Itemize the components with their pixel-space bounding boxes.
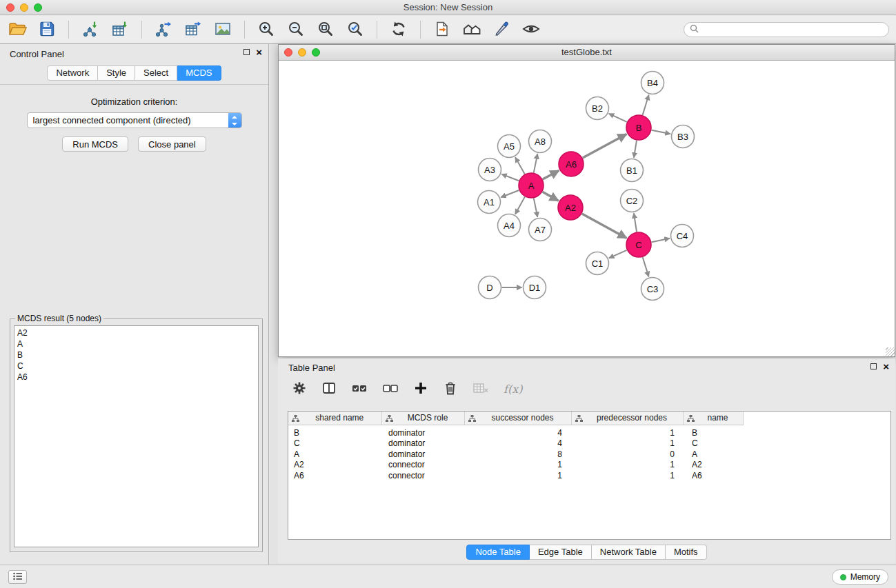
network-window-titlebar[interactable]: testGlobe.txt bbox=[279, 45, 895, 61]
graph-node-A5[interactable]: A5 bbox=[498, 135, 521, 158]
network-graph[interactable]: AA1A2A3A4A5A6A7A8BB1B2B3B4CC1C2C3C4DD1 bbox=[279, 61, 895, 356]
tab-motifs[interactable]: Motifs bbox=[666, 545, 707, 560]
table-cell[interactable]: 1 bbox=[571, 471, 683, 482]
zoom-window-button[interactable] bbox=[34, 3, 42, 12]
table-cell[interactable]: C bbox=[288, 438, 381, 449]
graph-node-A7[interactable]: A7 bbox=[529, 219, 552, 241]
close-network-window-button[interactable] bbox=[284, 48, 292, 57]
function-builder-button[interactable]: f(x) bbox=[504, 383, 522, 396]
mcds-result-list[interactable]: A2ABCA6 bbox=[14, 325, 259, 547]
table-cell[interactable]: A bbox=[288, 449, 381, 460]
graph-node-A4[interactable]: A4 bbox=[498, 214, 521, 237]
run-mcds-button[interactable]: Run MCDS bbox=[62, 136, 128, 152]
graph-node-A2[interactable]: A2 bbox=[558, 195, 583, 220]
graph-node-A6[interactable]: A6 bbox=[559, 152, 584, 176]
table-row[interactable]: Adominator80A bbox=[288, 449, 743, 460]
table-row[interactable]: Bdominator41B bbox=[288, 425, 743, 438]
column-header-shared-name[interactable]: shared name bbox=[288, 412, 381, 425]
table-cell[interactable]: 1 bbox=[571, 460, 683, 471]
graph-node-C[interactable]: C bbox=[626, 232, 651, 257]
resize-grip[interactable] bbox=[886, 347, 895, 356]
import-table-button[interactable] bbox=[110, 19, 130, 40]
graph-edge-A-A7[interactable] bbox=[534, 199, 538, 217]
column-header-successor-nodes[interactable]: successor nodes bbox=[464, 412, 571, 425]
open-session-document-button[interactable] bbox=[432, 19, 452, 40]
close-window-button[interactable] bbox=[6, 3, 14, 12]
criterion-dropdown[interactable]: largest connected component (directed) bbox=[27, 112, 242, 128]
graph-node-D[interactable]: D bbox=[479, 276, 501, 299]
tab-select[interactable]: Select bbox=[135, 65, 177, 81]
table-cell[interactable]: 8 bbox=[464, 449, 571, 460]
table-cell[interactable]: dominator bbox=[381, 449, 464, 460]
table-row[interactable]: A2connector11A2 bbox=[288, 460, 743, 471]
table-cell[interactable]: 1 bbox=[571, 425, 683, 438]
table-cell[interactable]: A2 bbox=[288, 460, 381, 471]
table-cell[interactable]: connector bbox=[381, 471, 464, 482]
table-row[interactable]: Cdominator41C bbox=[288, 438, 743, 449]
minimize-network-window-button[interactable] bbox=[298, 48, 306, 57]
graph-node-B1[interactable]: B1 bbox=[621, 159, 644, 182]
graph-node-A1[interactable]: A1 bbox=[478, 191, 501, 214]
graph-edge-A-A6[interactable] bbox=[543, 170, 559, 179]
graph-node-B4[interactable]: B4 bbox=[641, 72, 664, 94]
graph-node-A[interactable]: A bbox=[519, 173, 544, 198]
zoom-network-window-button[interactable] bbox=[312, 48, 320, 57]
mcds-result-item[interactable]: A bbox=[17, 338, 255, 349]
table-cell[interactable]: 4 bbox=[464, 425, 571, 438]
mcds-result-item[interactable]: A2 bbox=[17, 327, 255, 338]
graph-edge-A-A5[interactable] bbox=[515, 157, 525, 174]
graph-edge-A6-B[interactable] bbox=[583, 134, 627, 158]
close-panel-button[interactable]: Close panel bbox=[138, 136, 206, 152]
graph-node-A3[interactable]: A3 bbox=[479, 159, 501, 181]
open-file-button[interactable] bbox=[7, 19, 28, 40]
show-hide-button[interactable] bbox=[521, 19, 541, 40]
zoom-in-button[interactable] bbox=[256, 19, 277, 40]
graph-edge-A-A4[interactable] bbox=[515, 197, 525, 214]
table-cell[interactable]: 1 bbox=[464, 460, 571, 471]
mcds-result-item[interactable]: C bbox=[17, 361, 255, 372]
graph-edge-A-A8[interactable] bbox=[534, 154, 538, 172]
mcds-result-item[interactable]: B bbox=[17, 349, 255, 361]
graph-edge-A-A3[interactable] bbox=[501, 174, 519, 181]
graph-node-C1[interactable]: C1 bbox=[586, 252, 609, 275]
float-table-panel-icon[interactable] bbox=[870, 363, 877, 369]
zoom-out-button[interactable] bbox=[286, 19, 306, 40]
close-panel-icon[interactable]: × bbox=[256, 48, 262, 56]
graph-node-D1[interactable]: D1 bbox=[524, 276, 546, 299]
style-pen-button[interactable] bbox=[491, 19, 512, 40]
minimize-window-button[interactable] bbox=[20, 3, 28, 12]
table-cell[interactable]: A6 bbox=[288, 471, 381, 482]
graph-edge-A2-C[interactable] bbox=[582, 214, 627, 238]
search-input[interactable] bbox=[702, 25, 883, 34]
graph-edge-B-B4[interactable] bbox=[643, 95, 649, 115]
deselect-all-button[interactable] bbox=[382, 381, 399, 398]
float-panel-icon[interactable] bbox=[243, 49, 250, 55]
table-row[interactable]: A6connector11A6 bbox=[288, 471, 743, 482]
export-image-button[interactable] bbox=[212, 19, 233, 40]
import-network-button[interactable] bbox=[80, 19, 101, 40]
column-header-name[interactable]: name bbox=[683, 412, 743, 425]
table-cell[interactable]: dominator bbox=[381, 438, 464, 449]
column-header-MCDS-role[interactable]: MCDS role bbox=[381, 412, 464, 425]
table-cell[interactable]: 1 bbox=[571, 438, 683, 449]
graph-node-B3[interactable]: B3 bbox=[672, 125, 695, 148]
table-cell[interactable]: A6 bbox=[683, 471, 743, 482]
graph-edge-C-C3[interactable] bbox=[643, 257, 649, 276]
tab-style[interactable]: Style bbox=[98, 65, 135, 81]
table-cell[interactable]: 0 bbox=[571, 449, 683, 460]
table-settings-button[interactable] bbox=[292, 381, 307, 398]
task-history-button[interactable] bbox=[8, 570, 27, 584]
search-box[interactable] bbox=[684, 22, 889, 37]
graph-node-B[interactable]: B bbox=[626, 115, 651, 140]
tab-edge-table[interactable]: Edge Table bbox=[530, 545, 592, 560]
zoom-selected-button[interactable] bbox=[345, 19, 366, 40]
graph-edge-C-C1[interactable] bbox=[609, 250, 627, 258]
refresh-button[interactable] bbox=[388, 19, 409, 40]
tab-network-table[interactable]: Network Table bbox=[592, 545, 666, 560]
zoom-fit-button[interactable] bbox=[315, 19, 336, 40]
node-table-container[interactable]: shared nameMCDS rolesuccessor nodesprede… bbox=[288, 411, 891, 540]
graph-node-C2[interactable]: C2 bbox=[621, 190, 644, 212]
table-cell[interactable]: 4 bbox=[464, 438, 571, 449]
close-table-panel-icon[interactable]: × bbox=[883, 363, 889, 370]
graph-node-A8[interactable]: A8 bbox=[529, 130, 552, 153]
